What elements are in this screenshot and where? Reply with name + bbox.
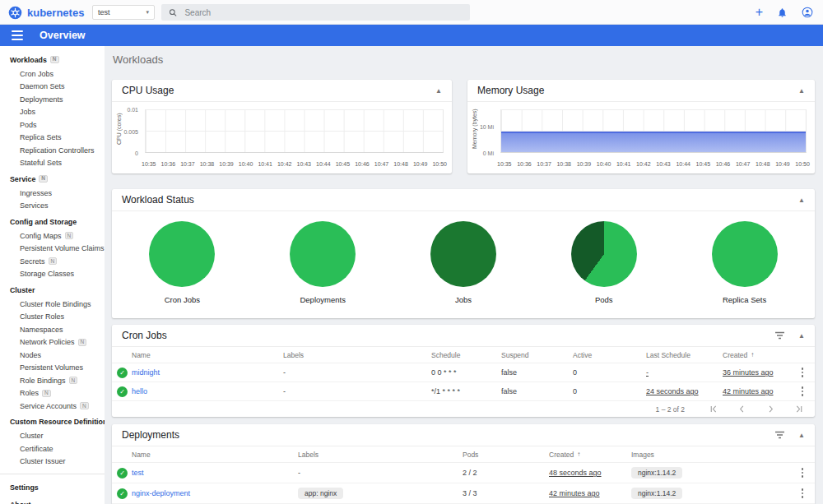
sidebar-item-cluster[interactable]: Cluster xyxy=(0,282,105,298)
col-header-active[interactable]: Active xyxy=(573,351,646,359)
row-actions-kebab-button[interactable] xyxy=(790,382,815,400)
sidebar-item-nodes[interactable]: Nodes xyxy=(0,349,105,362)
sidebar-item-daemon-sets[interactable]: Daemon Sets xyxy=(0,81,105,94)
collapse-arrow-icon[interactable]: ▲ xyxy=(798,87,805,95)
y-tick: 0 Mi xyxy=(483,150,494,156)
resource-name-link[interactable]: test xyxy=(132,469,298,477)
collapse-arrow-icon[interactable]: ▲ xyxy=(435,87,442,95)
collapse-arrow-icon[interactable]: ▲ xyxy=(798,432,805,439)
sidebar-item-pods[interactable]: Pods xyxy=(0,118,105,132)
memory-usage-area-series xyxy=(501,132,806,152)
sidebar-item-network-policies[interactable]: Network Policies N xyxy=(0,336,105,349)
sidebar-item-services[interactable]: Services xyxy=(0,200,105,213)
search-bar[interactable] xyxy=(161,4,470,21)
collapse-arrow-icon[interactable]: ▲ xyxy=(798,332,805,340)
next-page-button[interactable] xyxy=(767,405,774,413)
first-page-button[interactable] xyxy=(709,405,717,413)
sidebar-item-roles[interactable]: Roles N xyxy=(0,387,105,400)
create-resource-button[interactable]: + xyxy=(756,6,763,19)
search-input[interactable] xyxy=(184,8,463,17)
table-row-nginx-deployment[interactable]: ✓ nginx-deployment app: nginx 3 / 3 42 m… xyxy=(112,483,815,504)
col-header-created[interactable]: Created ↑ xyxy=(549,451,631,459)
pie-graphic xyxy=(712,221,778,287)
pods-cell: 3 / 3 xyxy=(463,489,549,497)
kubernetes-logo[interactable]: kubernetes xyxy=(8,0,84,25)
sidebar-item-settings[interactable]: Settings xyxy=(0,479,105,495)
app-toolbar: Overview xyxy=(0,25,823,46)
menu-hamburger-icon[interactable] xyxy=(12,30,23,40)
memory-y-ticks: 10 Mi 0 Mi xyxy=(467,109,497,153)
sort-arrow-icon: ↑ xyxy=(577,451,580,458)
col-header-pods[interactable]: Pods xyxy=(463,451,549,459)
row-actions-kebab-button[interactable] xyxy=(790,363,815,381)
col-header-schedule[interactable]: Schedule xyxy=(431,351,501,359)
sidebar-item-persistent-volume-claims[interactable]: Persistent Volume Claims N xyxy=(0,243,105,256)
sidebar-item-cron-jobs[interactable]: Cron Jobs xyxy=(0,67,105,81)
resource-name-link[interactable]: nginx-deployment xyxy=(132,489,298,497)
sidebar-item-certificate[interactable]: Certificate xyxy=(0,442,105,455)
cron-jobs-title: Cron Jobs xyxy=(122,330,774,341)
col-header-last-schedule[interactable]: Last Schedule xyxy=(646,351,723,359)
collapse-arrow-icon[interactable]: ▲ xyxy=(798,197,805,204)
sidebar-item-label: Namespaces xyxy=(20,326,63,334)
table-row-hello[interactable]: ✓ hello - */1 * * * * false 0 24 seconds… xyxy=(112,382,815,401)
namespace-selector[interactable]: test ▾ xyxy=(92,5,155,20)
col-header-name[interactable]: Name xyxy=(132,451,298,459)
sidebar-item-label: Secrets xyxy=(20,257,45,266)
col-header-suspend[interactable]: Suspend xyxy=(501,351,573,359)
sidebar-item-role-bindings[interactable]: Role Bindings N xyxy=(0,374,105,387)
sidebar-item-secrets[interactable]: Secrets N xyxy=(0,255,105,268)
col-header-labels[interactable]: Labels xyxy=(298,451,463,459)
sidebar-item-jobs[interactable]: Jobs xyxy=(0,106,105,119)
sidebar-item-service-accounts[interactable]: Service Accounts N xyxy=(0,400,105,413)
col-header-images[interactable]: Images xyxy=(631,451,790,459)
created-cell: 48 seconds ago xyxy=(549,469,631,477)
filter-icon[interactable] xyxy=(774,331,785,340)
sidebar-item-config-maps[interactable]: Config Maps N xyxy=(0,229,105,243)
last-page-button[interactable] xyxy=(796,405,803,413)
sidebar-item-custom-resource-definitions[interactable]: Custom Resource Definitions xyxy=(0,414,105,430)
sidebar-item-persistent-volumes[interactable]: Persistent Volumes xyxy=(0,362,105,375)
sidebar-item-label: Daemon Sets xyxy=(20,82,65,90)
user-profile-icon[interactable] xyxy=(802,7,813,18)
sidebar-item-ingresses[interactable]: Ingresses xyxy=(0,187,105,200)
sidebar-item-stateful-sets[interactable]: Stateful Sets xyxy=(0,157,105,170)
sidebar-item-namespaces[interactable]: Namespaces xyxy=(0,323,105,336)
col-header-created-label: Created xyxy=(549,451,574,459)
col-header-name[interactable]: Name xyxy=(132,351,283,359)
table-row-test[interactable]: ✓ test - 2 / 2 48 seconds ago nginx:1.14… xyxy=(112,463,815,483)
cron-jobs-table-header: Name Labels Schedule Suspend Active Last… xyxy=(112,347,815,363)
sidebar-item-about[interactable]: About xyxy=(0,497,105,504)
namespaced-badge: N xyxy=(50,56,59,63)
pods-cell: 2 / 2 xyxy=(463,469,549,477)
previous-page-button[interactable] xyxy=(738,405,746,413)
row-actions-kebab-button[interactable] xyxy=(790,463,815,483)
sidebar-item-replica-sets[interactable]: Replica Sets xyxy=(0,132,105,145)
col-header-labels[interactable]: Labels xyxy=(283,351,431,359)
table-row-midnight[interactable]: ✓ midnight - 0 0 * * * false 0 - 36 minu… xyxy=(112,363,815,382)
sidebar-item-storage-classes[interactable]: Storage Classes xyxy=(0,268,105,281)
col-header-created[interactable]: Created ↑ xyxy=(723,351,790,359)
sidebar-item-label: Persistent Volume Claims xyxy=(20,244,105,252)
sidebar-item-label: Roles xyxy=(20,389,39,397)
sidebar-item-cluster-issuer[interactable]: Cluster Issuer xyxy=(0,455,105,469)
x-axis-tick: 10:48 xyxy=(393,161,408,167)
notifications-bell-icon[interactable] xyxy=(777,7,788,18)
sidebar-item-workloads[interactable]: Workloads N xyxy=(0,52,105,67)
filter-icon[interactable] xyxy=(774,431,785,439)
x-axis-tick: 10:49 xyxy=(775,161,790,167)
sidebar-item-cluster-roles[interactable]: Cluster Roles xyxy=(0,311,105,324)
cron-jobs-table-body: ✓ midnight - 0 0 * * * false 0 - 36 minu… xyxy=(112,363,815,401)
x-axis-tick: 10:42 xyxy=(277,161,292,167)
sidebar-item-cluster[interactable]: Cluster xyxy=(0,430,105,443)
sidebar-item-replication-controllers[interactable]: Replication Controllers xyxy=(0,144,105,157)
namespace-value: test xyxy=(98,8,110,16)
sidebar-item-cluster-role-bindings[interactable]: Cluster Role Bindings xyxy=(0,298,105,311)
resource-name-link[interactable]: midnight xyxy=(132,368,283,377)
x-axis-tick: 10:46 xyxy=(716,161,731,167)
sidebar-item-deployments[interactable]: Deployments xyxy=(0,93,105,106)
sidebar-item-service[interactable]: Service N xyxy=(0,171,105,187)
resource-name-link[interactable]: hello xyxy=(132,387,283,395)
row-actions-kebab-button[interactable] xyxy=(790,483,815,503)
sidebar-item-config-and-storage[interactable]: Config and Storage xyxy=(0,214,105,229)
